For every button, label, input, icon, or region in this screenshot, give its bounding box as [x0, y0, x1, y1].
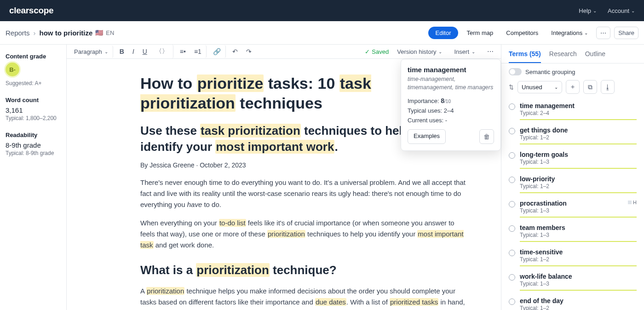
word-count-value: 3,161 [6, 106, 61, 114]
redo-icon: ↷ [246, 48, 252, 55]
editor-pane: Paragraph⌄ B I U 〈〉 ≡• ≡1 🔗 ↶ ↷ ✓Saved V… [67, 45, 501, 310]
term-row[interactable]: low-priorityTypical: 1–2 [501, 172, 644, 196]
popover-current: Current uses: - [408, 117, 494, 124]
logo: clearscope [9, 6, 53, 16]
more-button[interactable]: ⋯ [596, 27, 610, 39]
link-icon: 🔗 [213, 48, 221, 55]
code-icon: 〈〉 [155, 47, 168, 56]
numbered-list-button[interactable]: ≡1 [190, 45, 207, 58]
term-typical: Typical: 1–3 [520, 159, 637, 165]
tag-square-icon [628, 201, 632, 204]
breadcrumb-root[interactable]: Reports [6, 29, 30, 37]
chevron-down-icon: ⌄ [438, 49, 442, 54]
tab-terms-label: Terms [509, 50, 528, 57]
term-name: time-sensitive [520, 248, 563, 256]
term-typical: Typical: 1–2 [520, 305, 637, 310]
term-status-icon [509, 299, 515, 305]
tab-term-map[interactable]: Term map [462, 27, 498, 39]
chevron-down-icon: ⌄ [554, 85, 558, 90]
term-name: get things done [520, 126, 568, 134]
chevron-down-icon: ⌄ [584, 30, 588, 35]
bullet-list-icon: ≡• [180, 48, 186, 55]
code-button[interactable]: 〈〉 [152, 45, 173, 58]
block-style-select[interactable]: Paragraph⌄ [70, 46, 113, 58]
add-term-button[interactable]: ＋ [566, 80, 580, 94]
tab-editor[interactable]: Editor [428, 27, 459, 39]
account-label: Account [608, 7, 629, 14]
popover-typical: Typical uses: 2–4 [408, 107, 494, 114]
examples-button[interactable]: Examples [408, 129, 446, 144]
trash-icon: 🗑 [483, 133, 490, 140]
link-button[interactable]: 🔗 [209, 45, 226, 58]
semantic-grouping-label: Semantic grouping [525, 69, 575, 75]
grade-badge: B- [6, 63, 19, 76]
paragraph: There's never enough time to do everythi… [140, 177, 469, 210]
block-style-label: Paragraph [74, 48, 102, 55]
term-row[interactable]: team membersTypical: 1–3 [501, 220, 644, 245]
version-history-menu[interactable]: Version history⌄ [393, 46, 446, 58]
share-button[interactable]: Share [614, 27, 638, 39]
tab-terms[interactable]: Terms (55) [509, 50, 541, 63]
chevron-down-icon: ⌄ [593, 8, 597, 13]
term-status-icon [509, 103, 515, 110]
term-typical: Typical: 1–3 [520, 207, 637, 214]
version-label: Version history [397, 48, 436, 55]
top-nav: clearscope Help⌄ Account⌄ [0, 0, 644, 21]
semantic-grouping-toggle[interactable] [509, 68, 522, 75]
sub-nav: Reports › how to prioritize 🇺🇸 EN Editor… [0, 21, 644, 45]
grade-suggested: Suggested: A+ [6, 80, 61, 86]
bold-button[interactable]: B [116, 45, 128, 58]
breadcrumb: Reports › how to prioritize 🇺🇸 EN [6, 29, 114, 37]
saved-label: Saved [372, 48, 389, 55]
term-row[interactable]: get things doneTypical: 1–2 [501, 123, 644, 147]
tab-integrations[interactable]: Integrations⌄ [546, 27, 592, 39]
underline-button[interactable]: U [139, 45, 151, 58]
redo-button[interactable]: ↷ [242, 45, 255, 58]
chevron-down-icon: ⌄ [472, 49, 475, 54]
tab-competitors[interactable]: Competitors [501, 27, 543, 39]
toolbar-more-button[interactable]: ⋯ [483, 45, 497, 58]
term-row[interactable]: work-life balanceTypical: 1–3 [501, 269, 644, 293]
saved-status: ✓Saved [365, 48, 389, 55]
term-row[interactable]: time-sensitiveTypical: 1–2 [501, 245, 644, 269]
account-menu[interactable]: Account⌄ [608, 7, 635, 14]
lang-label: EN [106, 29, 114, 36]
help-menu[interactable]: Help⌄ [579, 7, 597, 14]
term-row[interactable]: end of the dayTypical: 1–2 [501, 293, 644, 310]
more-icon: ⋯ [600, 29, 606, 36]
filter-select[interactable]: Unused⌄ [518, 81, 562, 93]
tab-terms-count: (55) [529, 50, 541, 57]
italic-button[interactable]: I [129, 45, 138, 58]
content-grade-label: Content grade [6, 53, 61, 60]
chevron-down-icon: ⌄ [104, 49, 108, 54]
term-name: time management [520, 102, 575, 109]
term-row[interactable]: long-term goalsTypical: 1–3 [501, 147, 644, 172]
tab-research[interactable]: Research [549, 50, 577, 63]
chevron-right-icon: › [34, 29, 36, 37]
word-count-typical: Typical: 1,800–2,200 [6, 115, 61, 121]
insert-menu[interactable]: Insert⌄ [450, 46, 479, 58]
term-row[interactable]: time managementTypical: 2–4 [501, 98, 644, 123]
term-typical: Typical: 1–3 [520, 232, 637, 238]
copy-icon: ⧉ [588, 83, 592, 91]
bullet-list-button[interactable]: ≡• [176, 45, 190, 58]
term-name: low-priority [520, 175, 555, 183]
term-status-icon [509, 128, 515, 134]
term-row[interactable]: procrastinationHTypical: 1–3 [501, 196, 644, 220]
term-name: procrastination [520, 200, 567, 207]
doc-h3: What is a prioritization technique? [140, 263, 469, 278]
check-icon: ✓ [365, 48, 370, 55]
undo-button[interactable]: ↶ [229, 45, 242, 58]
editor-toolbar: Paragraph⌄ B I U 〈〉 ≡• ≡1 🔗 ↶ ↷ ✓Saved V… [67, 45, 501, 59]
term-status-icon [509, 152, 515, 159]
numbered-list-icon: ≡1 [194, 48, 201, 55]
term-name: team members [520, 224, 565, 231]
delete-term-button[interactable]: 🗑 [479, 129, 494, 144]
download-button[interactable]: ⭳ [601, 80, 615, 94]
readability-typical: Typical: 8-9th grade [6, 150, 61, 156]
sort-button[interactable]: ⇅ [509, 84, 514, 91]
copy-button[interactable]: ⧉ [583, 80, 597, 94]
popover-title: time management [408, 66, 494, 74]
tab-outline[interactable]: Outline [585, 50, 605, 63]
italic-icon: I [132, 48, 134, 55]
